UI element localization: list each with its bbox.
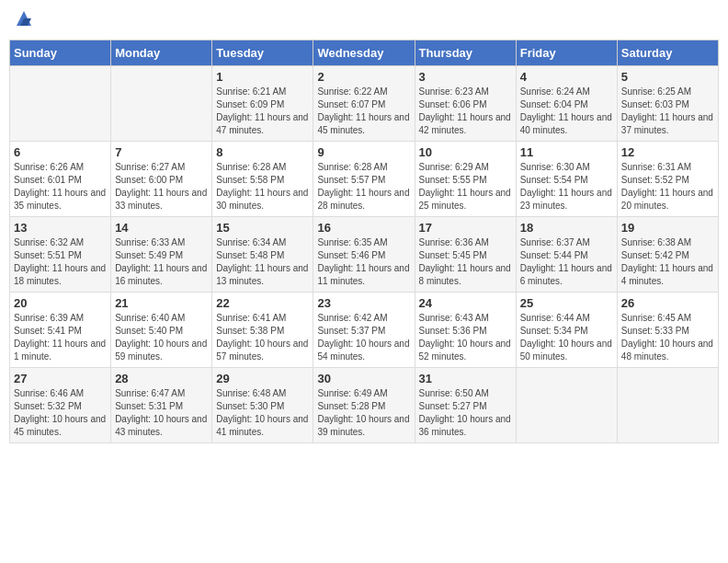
- week-row-2: 6Sunrise: 6:26 AM Sunset: 6:01 PM Daylig…: [10, 142, 719, 217]
- day-number: 28: [115, 372, 208, 385]
- day-content: Sunrise: 6:49 AM Sunset: 5:28 PM Dayligh…: [317, 387, 410, 439]
- day-content: Sunrise: 6:40 AM Sunset: 5:40 PM Dayligh…: [115, 312, 208, 363]
- calendar-cell: 3Sunrise: 6:23 AM Sunset: 6:06 PM Daylig…: [415, 66, 516, 142]
- day-content: Sunrise: 6:29 AM Sunset: 5:55 PM Dayligh…: [419, 161, 512, 213]
- day-content: Sunrise: 6:24 AM Sunset: 6:04 PM Dayligh…: [520, 86, 613, 137]
- calendar-cell: 9Sunrise: 6:28 AM Sunset: 5:57 PM Daylig…: [313, 142, 415, 217]
- calendar-cell: [617, 368, 718, 443]
- logo: [13, 9, 33, 32]
- calendar-cell: 31Sunrise: 6:50 AM Sunset: 5:27 PM Dayli…: [415, 368, 516, 443]
- calendar-cell: 1Sunrise: 6:21 AM Sunset: 6:09 PM Daylig…: [212, 66, 313, 142]
- calendar-cell: 27Sunrise: 6:46 AM Sunset: 5:32 PM Dayli…: [10, 368, 111, 443]
- day-header-thursday: Thursday: [415, 40, 516, 66]
- day-number: 9: [317, 145, 410, 159]
- calendar-cell: 5Sunrise: 6:25 AM Sunset: 6:03 PM Daylig…: [617, 66, 718, 142]
- calendar-cell: 7Sunrise: 6:27 AM Sunset: 6:00 PM Daylig…: [111, 142, 212, 217]
- calendar-cell: [516, 368, 617, 443]
- day-number: 31: [419, 372, 512, 385]
- day-number: 6: [14, 145, 107, 159]
- day-header-friday: Friday: [516, 40, 617, 66]
- calendar-cell: 23Sunrise: 6:42 AM Sunset: 5:37 PM Dayli…: [313, 293, 415, 368]
- day-content: Sunrise: 6:22 AM Sunset: 6:07 PM Dayligh…: [317, 86, 410, 137]
- day-content: Sunrise: 6:28 AM Sunset: 5:57 PM Dayligh…: [317, 161, 410, 213]
- calendar-cell: 19Sunrise: 6:38 AM Sunset: 5:42 PM Dayli…: [617, 217, 718, 293]
- day-content: Sunrise: 6:25 AM Sunset: 6:03 PM Dayligh…: [621, 86, 714, 137]
- day-header-monday: Monday: [111, 40, 212, 66]
- day-header-tuesday: Tuesday: [212, 40, 313, 66]
- day-number: 17: [419, 221, 512, 235]
- calendar-cell: 6Sunrise: 6:26 AM Sunset: 6:01 PM Daylig…: [10, 142, 111, 217]
- calendar-cell: 24Sunrise: 6:43 AM Sunset: 5:36 PM Dayli…: [415, 293, 516, 368]
- day-number: 19: [621, 221, 714, 235]
- day-content: Sunrise: 6:33 AM Sunset: 5:49 PM Dayligh…: [115, 236, 208, 288]
- day-number: 4: [520, 70, 613, 84]
- day-number: 11: [520, 145, 613, 159]
- calendar-cell: [111, 66, 212, 142]
- week-row-5: 27Sunrise: 6:46 AM Sunset: 5:32 PM Dayli…: [10, 368, 719, 443]
- day-content: Sunrise: 6:31 AM Sunset: 5:52 PM Dayligh…: [621, 161, 714, 213]
- calendar-cell: 29Sunrise: 6:48 AM Sunset: 5:30 PM Dayli…: [212, 368, 313, 443]
- day-content: Sunrise: 6:44 AM Sunset: 5:34 PM Dayligh…: [520, 312, 613, 363]
- day-content: Sunrise: 6:41 AM Sunset: 5:38 PM Dayligh…: [216, 312, 309, 363]
- day-number: 8: [216, 145, 309, 159]
- day-number: 21: [115, 296, 208, 310]
- day-header-sunday: Sunday: [10, 40, 111, 66]
- day-header-wednesday: Wednesday: [313, 40, 415, 66]
- day-content: Sunrise: 6:50 AM Sunset: 5:27 PM Dayligh…: [419, 387, 512, 439]
- logo-icon: [15, 9, 33, 28]
- day-content: Sunrise: 6:26 AM Sunset: 6:01 PM Dayligh…: [14, 161, 107, 213]
- day-number: 3: [419, 70, 512, 84]
- calendar-cell: 28Sunrise: 6:47 AM Sunset: 5:31 PM Dayli…: [111, 368, 212, 443]
- day-number: 18: [520, 221, 613, 235]
- day-content: Sunrise: 6:48 AM Sunset: 5:30 PM Dayligh…: [216, 387, 309, 439]
- calendar-cell: 13Sunrise: 6:32 AM Sunset: 5:51 PM Dayli…: [10, 217, 111, 293]
- day-number: 29: [216, 372, 309, 385]
- day-number: 16: [317, 221, 410, 235]
- day-content: Sunrise: 6:21 AM Sunset: 6:09 PM Dayligh…: [216, 86, 309, 137]
- page-header: [9, 9, 719, 32]
- day-number: 2: [317, 70, 410, 84]
- day-content: Sunrise: 6:34 AM Sunset: 5:48 PM Dayligh…: [216, 236, 309, 288]
- header-row: SundayMondayTuesdayWednesdayThursdayFrid…: [10, 40, 719, 66]
- calendar-cell: 18Sunrise: 6:37 AM Sunset: 5:44 PM Dayli…: [516, 217, 617, 293]
- calendar-table: SundayMondayTuesdayWednesdayThursdayFrid…: [9, 40, 719, 443]
- day-number: 5: [621, 70, 714, 84]
- day-content: Sunrise: 6:35 AM Sunset: 5:46 PM Dayligh…: [317, 236, 410, 288]
- day-content: Sunrise: 6:28 AM Sunset: 5:58 PM Dayligh…: [216, 161, 309, 213]
- day-number: 1: [216, 70, 309, 84]
- day-number: 20: [14, 296, 107, 310]
- day-number: 7: [115, 145, 208, 159]
- day-number: 12: [621, 145, 714, 159]
- day-content: Sunrise: 6:30 AM Sunset: 5:54 PM Dayligh…: [520, 161, 613, 213]
- day-content: Sunrise: 6:36 AM Sunset: 5:45 PM Dayligh…: [419, 236, 512, 288]
- day-number: 15: [216, 221, 309, 235]
- day-content: Sunrise: 6:42 AM Sunset: 5:37 PM Dayligh…: [317, 312, 410, 363]
- day-content: Sunrise: 6:32 AM Sunset: 5:51 PM Dayligh…: [14, 236, 107, 288]
- day-content: Sunrise: 6:43 AM Sunset: 5:36 PM Dayligh…: [419, 312, 512, 363]
- calendar-cell: 2Sunrise: 6:22 AM Sunset: 6:07 PM Daylig…: [313, 66, 415, 142]
- day-number: 14: [115, 221, 208, 235]
- day-number: 25: [520, 296, 613, 310]
- calendar-cell: 16Sunrise: 6:35 AM Sunset: 5:46 PM Dayli…: [313, 217, 415, 293]
- week-row-1: 1Sunrise: 6:21 AM Sunset: 6:09 PM Daylig…: [10, 66, 719, 142]
- calendar-cell: 8Sunrise: 6:28 AM Sunset: 5:58 PM Daylig…: [212, 142, 313, 217]
- calendar-cell: 10Sunrise: 6:29 AM Sunset: 5:55 PM Dayli…: [415, 142, 516, 217]
- week-row-3: 13Sunrise: 6:32 AM Sunset: 5:51 PM Dayli…: [10, 217, 719, 293]
- day-number: 10: [419, 145, 512, 159]
- day-content: Sunrise: 6:46 AM Sunset: 5:32 PM Dayligh…: [14, 387, 107, 439]
- week-row-4: 20Sunrise: 6:39 AM Sunset: 5:41 PM Dayli…: [10, 293, 719, 368]
- day-number: 27: [14, 372, 107, 385]
- calendar-cell: 4Sunrise: 6:24 AM Sunset: 6:04 PM Daylig…: [516, 66, 617, 142]
- calendar-cell: [10, 66, 111, 142]
- day-content: Sunrise: 6:23 AM Sunset: 6:06 PM Dayligh…: [419, 86, 512, 137]
- calendar-cell: 11Sunrise: 6:30 AM Sunset: 5:54 PM Dayli…: [516, 142, 617, 217]
- calendar-cell: 15Sunrise: 6:34 AM Sunset: 5:48 PM Dayli…: [212, 217, 313, 293]
- calendar-cell: 26Sunrise: 6:45 AM Sunset: 5:33 PM Dayli…: [617, 293, 718, 368]
- day-content: Sunrise: 6:47 AM Sunset: 5:31 PM Dayligh…: [115, 387, 208, 439]
- day-header-saturday: Saturday: [617, 40, 718, 66]
- day-content: Sunrise: 6:27 AM Sunset: 6:00 PM Dayligh…: [115, 161, 208, 213]
- day-number: 13: [14, 221, 107, 235]
- calendar-cell: 25Sunrise: 6:44 AM Sunset: 5:34 PM Dayli…: [516, 293, 617, 368]
- day-content: Sunrise: 6:37 AM Sunset: 5:44 PM Dayligh…: [520, 236, 613, 288]
- calendar-cell: 30Sunrise: 6:49 AM Sunset: 5:28 PM Dayli…: [313, 368, 415, 443]
